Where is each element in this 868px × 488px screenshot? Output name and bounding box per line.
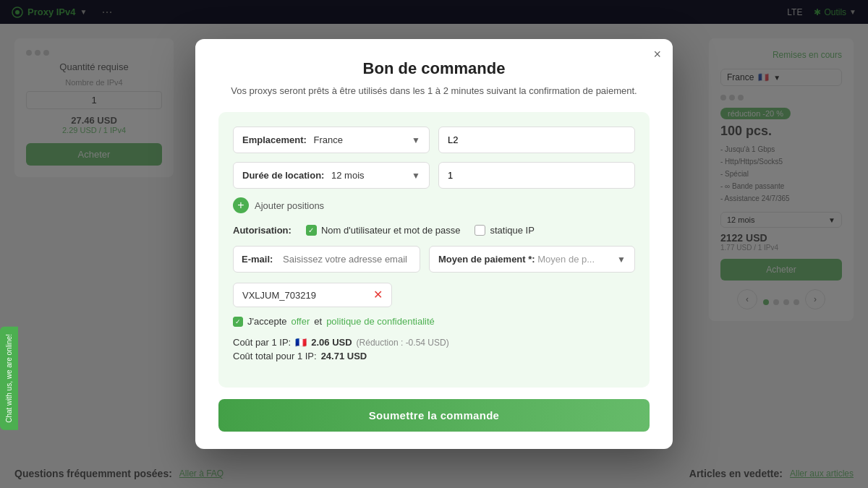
email-payment-row: E-mail: Moyen de paiement *: Moyen de p.… — [233, 246, 635, 273]
quantity-input[interactable] — [438, 162, 635, 189]
submit-button[interactable]: Soumettre la commande — [218, 399, 650, 432]
payment-select[interactable]: Moyen de paiement *: Moyen de p... ▼ — [429, 246, 635, 273]
email-input[interactable] — [233, 246, 420, 273]
cost-per-ip-value: 2.06 USD — [311, 337, 352, 348]
emplacement-select[interactable]: Emplacement: France ▼ — [233, 127, 430, 153]
modal-close-button[interactable]: × — [653, 48, 661, 61]
cost-total-label: Coût total pour 1 IP: — [233, 351, 317, 361]
auth-static-group[interactable]: statique IP — [475, 225, 534, 236]
payment-value: Moyen de p... — [537, 254, 595, 265]
quantity-group — [438, 162, 635, 189]
form-row-duration: Durée de location: 12 mois ▼ — [233, 162, 635, 189]
cost-total-value: 24.71 USD — [321, 351, 367, 361]
chat-widget[interactable]: Chat with us, we are online! — [0, 327, 18, 430]
cost-per-ip-reduction: (Réduction : -0.54 USD) — [357, 338, 449, 348]
duree-group: Durée de location: 12 mois ▼ — [233, 162, 430, 189]
emplacement-value: France — [314, 134, 343, 145]
emplacement-chevron-icon: ▼ — [412, 135, 420, 145]
add-positions-button[interactable]: + Ajouter positions — [233, 197, 635, 213]
promo-clear-button[interactable]: ✕ — [373, 289, 383, 301]
promo-input-wrap: ✕ — [233, 283, 392, 307]
duree-select[interactable]: Durée de location: 12 mois ▼ — [233, 162, 430, 189]
location-type-input[interactable] — [438, 127, 635, 153]
modal: × Bon de commande Vos proxys seront prêt… — [195, 39, 673, 450]
auth-username-group[interactable]: ✓ Nom d'utilisateur et mot de passe — [306, 225, 461, 236]
emplacement-label: Emplacement: — [242, 134, 307, 145]
add-positions-label: Ajouter positions — [255, 200, 324, 211]
terms-checkbox[interactable]: ✓ — [233, 317, 243, 327]
location-type-group — [438, 127, 635, 153]
cost-per-ip-label: Coût par 1 IP: — [233, 337, 291, 348]
auth-username-label: Nom d'utilisateur et mot de passe — [321, 225, 461, 236]
form-area: Emplacement: France ▼ Durée de location: — [218, 112, 650, 388]
auth-row: Autorisation: ✓ Nom d'utilisateur et mot… — [233, 225, 635, 236]
modal-title: Bon de commande — [218, 59, 650, 78]
terms-offer-link[interactable]: offer — [292, 316, 310, 327]
auth-static-checkbox[interactable] — [475, 225, 485, 236]
cost-total-line: Coût total pour 1 IP: 24.71 USD — [233, 351, 635, 361]
duree-chevron-icon: ▼ — [412, 171, 420, 181]
france-flag-inline: 🇫🇷 — [295, 337, 307, 348]
terms-text1: J'accepte — [247, 316, 287, 327]
form-row-location: Emplacement: France ▼ — [233, 127, 635, 153]
promo-row: ✕ — [233, 283, 635, 307]
terms-privacy-link[interactable]: politique de confidentialité — [326, 316, 435, 327]
auth-label: Autorisation: — [233, 225, 292, 236]
promo-input[interactable] — [242, 290, 367, 301]
duree-value: 12 mois — [331, 170, 365, 181]
terms-text2: et — [314, 316, 322, 327]
pricing-info: Coût par 1 IP: 🇫🇷 2.06 USD (Réduction : … — [233, 337, 635, 361]
auth-username-checkbox[interactable]: ✓ — [306, 225, 317, 236]
payment-label: Moyen de paiement *: — [438, 254, 535, 265]
auth-static-label: statique IP — [490, 225, 534, 236]
terms-row: ✓ J'accepte offer et politique de confid… — [233, 316, 635, 327]
duree-label: Durée de location: — [242, 170, 324, 181]
emplacement-group: Emplacement: France ▼ — [233, 127, 430, 153]
modal-subtitle: Vos proxys seront prêts à être utilisés … — [218, 84, 650, 98]
add-positions-icon: + — [233, 197, 249, 213]
cost-per-ip-line: Coût par 1 IP: 🇫🇷 2.06 USD (Réduction : … — [233, 337, 635, 348]
modal-overlay: × Bon de commande Vos proxys seront prêt… — [0, 0, 868, 488]
payment-chevron-icon: ▼ — [617, 254, 626, 265]
